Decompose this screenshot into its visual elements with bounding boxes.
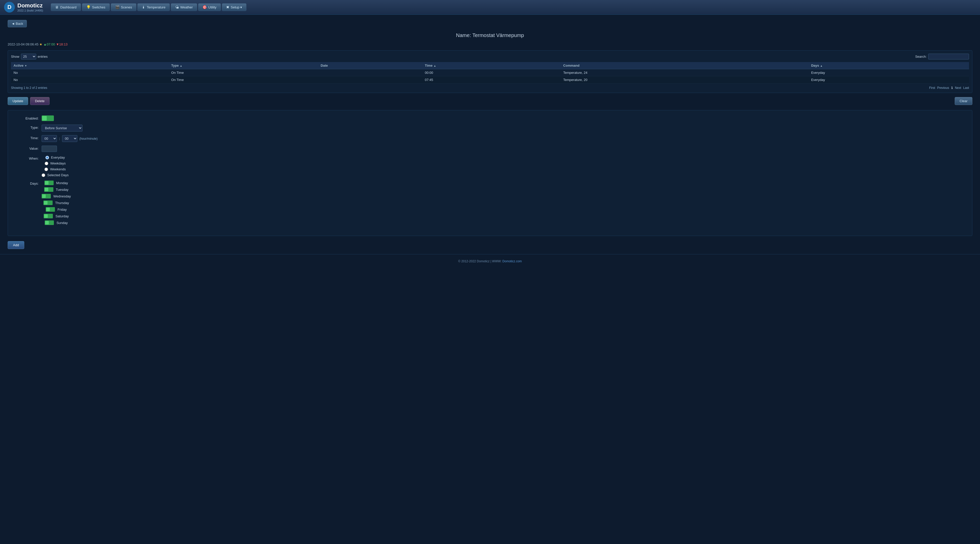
main-content: ◄ Back Name: Termostat Värmepump 2022-10…: [0, 15, 980, 254]
when-everyday[interactable]: Everyday: [45, 156, 65, 159]
table-row[interactable]: NoOn Time07:45Temperature, 20Everyday: [11, 76, 969, 84]
footer-text: © 2012-2022 Domoticz | WWW:: [458, 259, 501, 263]
wednesday-label: Wednesday: [53, 194, 71, 198]
switches-icon: 💡: [86, 5, 91, 9]
enabled-row: Enabled:: [16, 115, 964, 121]
cell-active: No: [11, 69, 169, 76]
cell-command: Temperature, 20: [561, 76, 809, 84]
data-table: Active▼ Type▲ Date Time▲ Command: [11, 62, 969, 84]
nav-temperature[interactable]: 🌡 Temperature: [137, 3, 170, 11]
saturday-label: Saturday: [56, 214, 69, 218]
nav-weather[interactable]: 🌤 Weather: [171, 3, 197, 11]
enabled-value: [41, 115, 54, 121]
cell-type: On Time: [169, 76, 318, 84]
cell-time: 00:00: [422, 69, 561, 76]
when-options: Everyday Weekdays Weekends Selected Days: [41, 156, 69, 177]
sunday-toggle[interactable]: [45, 220, 54, 225]
pagination-previous[interactable]: Previous: [937, 86, 949, 90]
col-active[interactable]: Active▼: [11, 62, 169, 69]
cell-date: [318, 69, 422, 76]
when-row: When: Everyday Weekdays Weekends Selecte…: [16, 156, 964, 177]
col-time[interactable]: Time▲: [422, 62, 561, 69]
show-entries: Show 25 10 50 100 entries: [11, 54, 48, 59]
clear-button[interactable]: Clear: [955, 97, 972, 105]
pagination-current[interactable]: 1: [951, 86, 953, 90]
hour-select[interactable]: 00: [41, 135, 57, 142]
table-row[interactable]: NoOn Time00:00Temperature, 24Everyday: [11, 69, 969, 76]
back-button[interactable]: ◄ Back: [8, 20, 27, 27]
pagination-last[interactable]: Last: [963, 86, 969, 90]
days-toggles: Monday Tuesday Wednesday Thursday Friday: [41, 181, 71, 227]
when-weekends-radio[interactable]: [45, 167, 48, 171]
day-sunday: Sunday: [45, 220, 68, 225]
saturday-toggle[interactable]: [44, 214, 53, 218]
cell-active: No: [11, 76, 169, 84]
table-section: Show 25 10 50 100 entries Search: Active…: [8, 50, 972, 93]
minute-select[interactable]: 00: [62, 135, 77, 142]
update-button[interactable]: Update: [8, 97, 28, 105]
time-hint: (hour/minute): [80, 137, 97, 140]
app-version: 2022.1 (build 14495): [18, 9, 43, 12]
search-label: Search:: [915, 55, 927, 59]
when-weekends[interactable]: Weekends: [45, 167, 65, 171]
tuesday-toggle[interactable]: [44, 187, 53, 192]
cell-type: On Time: [169, 69, 318, 76]
when-selected-days-radio[interactable]: [41, 173, 45, 177]
sunset-time: ▼18:13: [56, 42, 67, 46]
type-label: Type:: [16, 125, 38, 129]
when-weekdays[interactable]: Weekdays: [45, 161, 65, 165]
nav-dashboard[interactable]: 🖥 Dashboard: [51, 3, 81, 11]
col-days[interactable]: Days▲: [809, 62, 969, 69]
value-field: [41, 146, 57, 152]
table-body: NoOn Time00:00Temperature, 24EverydayNoO…: [11, 69, 969, 84]
col-type[interactable]: Type▲: [169, 62, 318, 69]
enabled-toggle[interactable]: [41, 115, 54, 121]
enabled-label: Enabled:: [16, 115, 38, 120]
pagination-first[interactable]: First: [929, 86, 935, 90]
pagination: First Previous 1 Next Last: [929, 86, 969, 90]
nav-dashboard-label: Dashboard: [60, 5, 76, 9]
when-weekdays-label: Weekdays: [50, 161, 65, 165]
footer: © 2012-2022 Domoticz | WWW: Domoticz.com: [0, 254, 980, 268]
nav-setup[interactable]: ✖ Setup ▾: [222, 3, 247, 11]
time-label: Time:: [16, 135, 38, 140]
when-weekdays-radio[interactable]: [45, 162, 48, 165]
entries-select[interactable]: 25 10 50 100: [21, 54, 36, 59]
col-date[interactable]: Date: [318, 62, 422, 69]
nav: 🖥 Dashboard 💡 Switches 🎬 Scenes 🌡 Temper…: [51, 3, 247, 11]
when-everyday-radio[interactable]: [45, 156, 49, 159]
day-saturday: Saturday: [44, 214, 69, 218]
when-label: When:: [16, 156, 38, 161]
friday-label: Friday: [57, 208, 67, 212]
action-buttons-left: Update Delete: [8, 97, 49, 105]
search-input[interactable]: [928, 54, 969, 59]
col-command[interactable]: Command: [561, 62, 809, 69]
setup-icon: ✖: [226, 5, 229, 9]
day-thursday: Thursday: [43, 200, 69, 205]
value-input[interactable]: [41, 146, 57, 152]
page-title: Name: Termostat Värmepump: [8, 32, 972, 38]
footer-link[interactable]: Domoticz.com: [503, 259, 522, 263]
thursday-toggle[interactable]: [43, 200, 52, 205]
show-label: Show: [11, 55, 19, 59]
logo-text: Domoticz 2022.1 (build 14495): [18, 2, 43, 12]
nav-utility[interactable]: 🎯 Utility: [198, 3, 221, 11]
nav-scenes[interactable]: 🎬 Scenes: [111, 3, 136, 11]
cell-days: Everyday: [809, 76, 969, 84]
showing-text: Showing 1 to 2 of 2 entries: [11, 86, 47, 90]
monday-toggle[interactable]: [45, 181, 54, 185]
delete-button[interactable]: Delete: [30, 97, 49, 105]
friday-toggle[interactable]: [46, 207, 55, 212]
logo-area: D Domoticz 2022.1 (build 14495): [4, 2, 43, 13]
add-button[interactable]: Add: [8, 241, 24, 249]
temperature-icon: 🌡: [142, 5, 145, 9]
cell-days: Everyday: [809, 69, 969, 76]
wednesday-toggle[interactable]: [41, 194, 51, 199]
type-select[interactable]: Before Sunrise After Sunrise Before Suns…: [41, 125, 83, 132]
pagination-next[interactable]: Next: [955, 86, 961, 90]
cell-command: Temperature, 24: [561, 69, 809, 76]
nav-switches[interactable]: 💡 Switches: [82, 3, 110, 11]
when-selected-days[interactable]: Selected Days: [41, 173, 69, 177]
days-row: Days: Monday Tuesday Wednesday Thursday: [16, 181, 964, 227]
app-name: Domoticz: [18, 2, 43, 9]
